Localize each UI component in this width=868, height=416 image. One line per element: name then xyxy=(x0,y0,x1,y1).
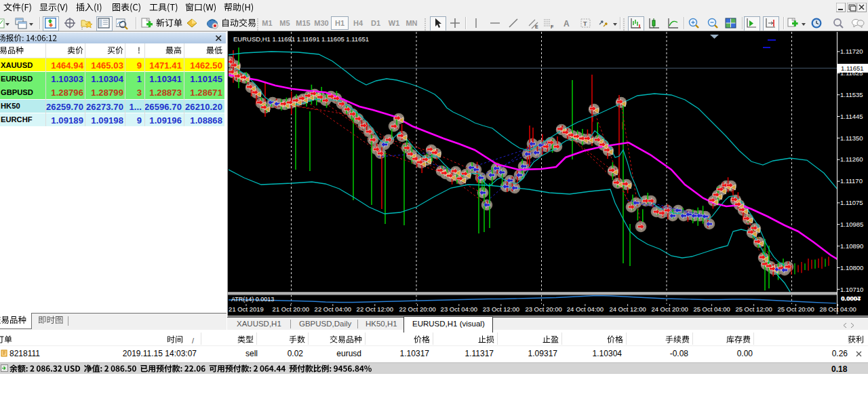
svg-text:1.11350: 1.11350 xyxy=(840,134,863,142)
svg-text:23 Oct 12:00: 23 Oct 12:00 xyxy=(483,305,519,313)
svg-text:1.10710: 1.10710 xyxy=(840,286,863,293)
svg-text:1.10890: 1.10890 xyxy=(840,242,863,250)
svg-text:1.11445: 1.11445 xyxy=(840,113,863,120)
svg-text:ATR(14) 0.0013: ATR(14) 0.0013 xyxy=(231,296,274,303)
svg-text:1.11170: 1.11170 xyxy=(840,177,863,185)
svg-text:21 Oct 2019: 21 Oct 2019 xyxy=(229,305,264,313)
svg-text:24 Oct 20:00: 24 Oct 20:00 xyxy=(651,305,688,313)
svg-text:25 Oct 12:00: 25 Oct 12:00 xyxy=(735,305,772,313)
svg-text:25 Oct 04:00: 25 Oct 04:00 xyxy=(693,305,730,313)
svg-text:1.10985: 1.10985 xyxy=(840,221,863,228)
svg-text:1.11720: 1.11720 xyxy=(840,48,863,55)
svg-text:1.10800: 1.10800 xyxy=(840,264,863,271)
svg-text:22 Oct 20:00: 22 Oct 20:00 xyxy=(399,305,435,313)
svg-text:23 Oct 04:00: 23 Oct 04:00 xyxy=(441,305,477,313)
svg-text:1.11535: 1.11535 xyxy=(840,91,863,98)
svg-text:1.11075: 1.11075 xyxy=(840,199,863,206)
svg-text:24 Oct 04:00: 24 Oct 04:00 xyxy=(567,305,604,313)
svg-text:0.0007: 0.0007 xyxy=(842,295,861,302)
svg-text:23 Oct 20:00: 23 Oct 20:00 xyxy=(525,305,561,313)
svg-text:EURUSD,H1 1.11691 1.11691 1.1: EURUSD,H1 1.11691 1.11691 1.11605 1.1165… xyxy=(233,35,369,43)
svg-text:25 Oct 20:00: 25 Oct 20:00 xyxy=(777,305,814,313)
svg-text:22 Oct 12:00: 22 Oct 12:00 xyxy=(357,305,393,313)
svg-text:1.11651: 1.11651 xyxy=(841,64,864,72)
svg-text:22 Oct 04:00: 22 Oct 04:00 xyxy=(315,305,351,313)
svg-text:28 Oct 04:00: 28 Oct 04:00 xyxy=(819,305,856,313)
svg-text:24 Oct 12:00: 24 Oct 12:00 xyxy=(609,305,646,313)
svg-text:1.11260: 1.11260 xyxy=(840,155,863,163)
svg-text:21 Oct 20:00: 21 Oct 20:00 xyxy=(273,305,309,313)
